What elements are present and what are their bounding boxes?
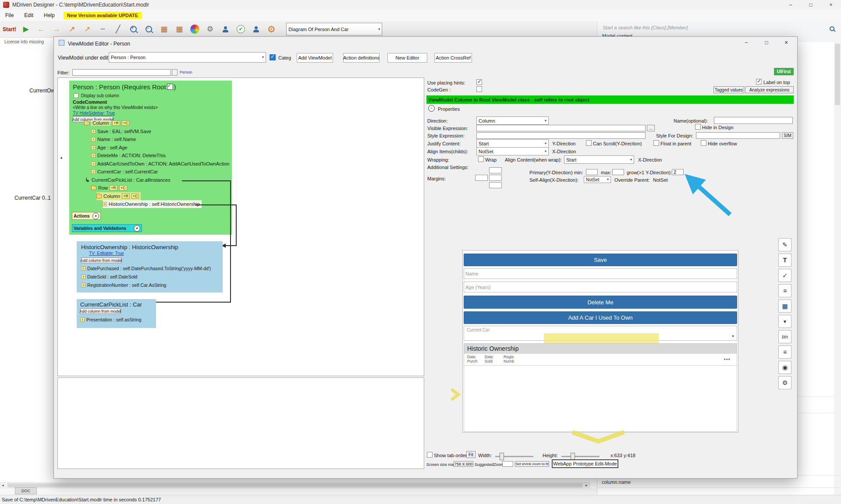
action-definitions-button[interactable]: Action definitions	[343, 53, 380, 63]
tagged-values-button[interactable]: Tagged values	[713, 86, 744, 93]
person-icon[interactable]	[220, 23, 231, 36]
gear-icon[interactable]: ⚙	[204, 23, 216, 36]
width-slider-thumb[interactable]	[500, 453, 504, 460]
start-label[interactable]: Start!	[3, 26, 16, 32]
scrollbar-thumb[interactable]	[835, 44, 840, 105]
use-placing-hints-checkbox[interactable]	[476, 79, 482, 85]
tree-item-deleteme[interactable]: a DeleteMe : ACTION: DeleteThis	[91, 152, 166, 159]
tv-editable-link[interactable]: TV: Editable: True	[89, 251, 124, 256]
sim-button[interactable]: SIM	[782, 132, 793, 139]
add-column-button[interactable]: Add column from model	[80, 308, 121, 314]
close-button[interactable]: ×	[821, 0, 841, 10]
screen-size-value[interactable]: 758 X 600	[454, 461, 473, 467]
add-viewmodel-button[interactable]: Add ViewModel	[297, 53, 333, 63]
primary-max-input[interactable]	[612, 169, 624, 175]
column-header[interactable]: RegisNumb	[504, 355, 514, 363]
self-align-select[interactable]: NotSet▾	[584, 176, 611, 183]
dialog-minimize-button[interactable]: –	[739, 37, 754, 48]
add-column-button[interactable]: Add column from model	[81, 257, 121, 263]
new-editor-button[interactable]: New Editor	[387, 53, 427, 63]
diagram-selector[interactable]: Diagram Of Person And Car ▾	[286, 23, 382, 35]
preview-name-input[interactable]	[464, 268, 737, 279]
tree-item-column[interactable]: Column +R +C	[84, 119, 129, 127]
variables-expander[interactable]: Variables and Validations ▾	[72, 224, 142, 232]
preview-save-button[interactable]: Save	[464, 254, 737, 266]
direction-select[interactable]: Column▾	[476, 116, 549, 125]
side-icon-edit[interactable]: ✎	[778, 238, 791, 251]
margin-top-input[interactable]	[489, 167, 502, 173]
dashed-line-icon[interactable]: ┄	[97, 23, 108, 36]
dialog-close-button[interactable]: ×	[779, 37, 794, 48]
validate-icon[interactable]: ✔	[235, 23, 246, 36]
viewmodel-selector[interactable]: Person : Person ▾	[109, 52, 266, 63]
requires-root-checkbox[interactable]	[167, 84, 173, 90]
person-gear-icon[interactable]	[250, 23, 262, 36]
expression-editor-button[interactable]: ...	[647, 125, 655, 131]
tree-item-age[interactable]: a Age : self.Age	[91, 144, 128, 152]
primary-min-input[interactable]	[586, 169, 598, 175]
column-tag[interactable]: +C	[122, 120, 130, 126]
side-icon-text[interactable]: T	[778, 254, 791, 267]
panel-item-datepurchased[interactable]: a DatePurchased : self.DatePurchased.ToS…	[81, 264, 211, 272]
side-icon-image[interactable]: ◉	[778, 361, 791, 374]
codegen-checkbox[interactable]	[476, 86, 482, 92]
form-icon[interactable]: ▦	[158, 23, 170, 36]
categories-checkbox[interactable]	[270, 54, 276, 60]
collapse-properties-icon[interactable]: ^	[428, 105, 435, 112]
tree-item-column-selected[interactable]: Column +R +C	[96, 192, 141, 200]
webapp-prototype-button[interactable]: WebApp Prototype Edit-Mode	[552, 459, 618, 468]
row-tag[interactable]: +R	[110, 185, 117, 190]
menu-edit[interactable]: Edit	[24, 12, 33, 18]
minimize-button[interactable]: –	[781, 0, 801, 10]
canvas-hscrollbar[interactable]: ◂ ▸	[0, 482, 590, 488]
wrap-checkbox[interactable]	[478, 156, 484, 162]
side-icon-list[interactable]: ≡	[778, 345, 791, 359]
settings-gear-icon[interactable]: ⚙	[266, 23, 277, 36]
more-options-icon[interactable]: ⋯	[724, 356, 731, 363]
preview-age-input[interactable]	[464, 282, 737, 293]
association-icon[interactable]: ↗	[66, 23, 78, 36]
height-slider[interactable]	[561, 456, 600, 457]
tree-item-row[interactable]: Row +R +C	[91, 184, 127, 192]
model-panel-scrollbar[interactable]	[834, 42, 841, 495]
justify-content-select[interactable]: Start▾	[476, 139, 549, 148]
analyze-expressions-button[interactable]: Analyze expressions	[745, 86, 794, 93]
panel-item-presentation[interactable]: a Presentation : self.asString	[80, 316, 141, 324]
align-content-select[interactable]: Start▾	[564, 155, 634, 164]
tree-item-currentcar[interactable]: a CurrentCar : self.CurrentCar	[91, 168, 158, 176]
margin-right-input[interactable]	[489, 175, 502, 181]
hide-overflow-checkbox[interactable]	[701, 140, 706, 146]
menu-file[interactable]: File	[5, 12, 14, 18]
float-in-parent-checkbox[interactable]	[653, 140, 659, 146]
margin-bottom-input[interactable]	[489, 182, 502, 188]
tree-item-historicownership[interactable]: a HistoricOwnership : self.HistoricOwner…	[103, 200, 202, 208]
side-icon-button[interactable]: btn	[778, 330, 791, 343]
style-for-design-input[interactable]	[696, 132, 780, 139]
suggested-zoom-input[interactable]	[502, 461, 513, 467]
actions-expander[interactable]: Actions ▾	[72, 212, 101, 220]
search-icon[interactable]	[830, 26, 834, 31]
preview-addcar-button[interactable]: Add A Car I Used To Own	[464, 311, 737, 324]
back-icon[interactable]: ←	[35, 23, 47, 36]
display-sub-column-checkbox[interactable]	[74, 93, 78, 98]
tv-hidesidebar-link[interactable]: TV HideSidebar: True	[73, 111, 115, 116]
code-comment-placeholder[interactable]: <Write a line on why this ViewModel exis…	[73, 105, 158, 110]
row-tag[interactable]: +R	[112, 120, 120, 126]
visible-expression-input[interactable]	[476, 125, 646, 131]
update-banner[interactable]: New Version available UPDATE	[64, 12, 142, 19]
scroll-left-icon[interactable]: ◂	[2, 483, 4, 487]
column-tag[interactable]: +C	[119, 185, 127, 190]
margin-left-input[interactable]	[475, 175, 488, 181]
filter-class-chip[interactable]: Person	[180, 70, 192, 74]
column-header[interactable]: DatePurch	[467, 355, 478, 363]
tree-item-save[interactable]: a Save : EAL: selfVM.Save	[91, 127, 151, 135]
style-expression-input[interactable]	[476, 132, 646, 139]
generalization-icon[interactable]: ↗	[82, 23, 93, 36]
tree-item-name[interactable]: a Name : self.Name	[91, 135, 136, 143]
column-header[interactable]: DateSold	[485, 355, 493, 363]
dialog-maximize-button[interactable]: □	[759, 37, 774, 48]
side-icon-settings[interactable]: ⚙	[778, 376, 791, 389]
name-optional-input[interactable]	[714, 117, 793, 124]
maximize-button[interactable]: □	[801, 0, 821, 10]
run-icon[interactable]: ▶	[20, 23, 32, 36]
